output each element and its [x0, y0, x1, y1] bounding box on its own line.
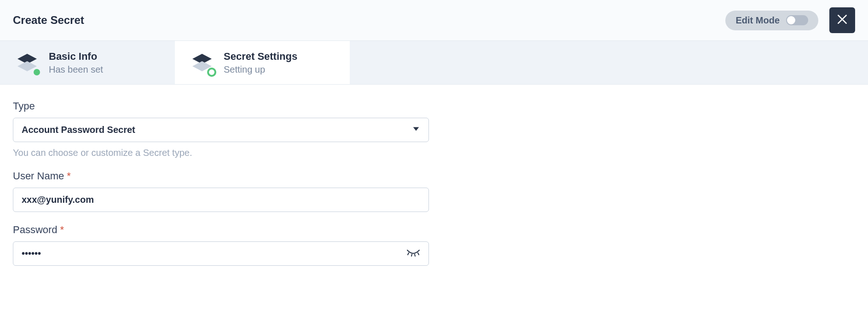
password-label: Password*	[13, 224, 429, 236]
type-helper-text: You can choose or customize a Secret typ…	[13, 148, 429, 158]
status-dot-done	[32, 68, 41, 77]
required-asterisk: *	[60, 224, 64, 235]
step-title: Secret Settings	[224, 51, 297, 63]
svg-line-8	[411, 254, 412, 256]
username-label: User Name*	[13, 170, 429, 182]
status-dot-current	[207, 68, 216, 77]
layers-icon	[14, 49, 41, 76]
step-title: Basic Info	[49, 51, 103, 63]
eye-closed-icon[interactable]	[406, 248, 420, 259]
step-subtitle: Has been set	[49, 64, 103, 75]
svg-line-10	[418, 253, 419, 255]
field-type: Type Account Password Secret You can cho…	[13, 100, 429, 158]
toggle-switch[interactable]	[786, 15, 808, 25]
layers-icon	[189, 49, 215, 76]
chevron-down-icon	[412, 125, 420, 135]
step-basic-info[interactable]: Basic Info Has been set	[0, 41, 175, 84]
modal-title: Create Secret	[13, 14, 84, 27]
close-button[interactable]	[829, 7, 855, 33]
type-value: Account Password Secret	[22, 125, 135, 135]
steps-bar: Basic Info Has been set Secret Settings …	[0, 41, 868, 85]
field-password: Password*	[13, 224, 429, 266]
header-actions: Edit Mode	[725, 7, 855, 33]
edit-mode-label: Edit Mode	[735, 15, 780, 26]
svg-line-7	[408, 253, 409, 255]
username-input-wrapper	[13, 188, 429, 212]
type-label: Type	[13, 100, 429, 112]
close-icon	[836, 13, 848, 27]
username-label-text: User Name	[13, 170, 64, 182]
form-area: Type Account Password Secret You can cho…	[0, 85, 442, 293]
svg-marker-6	[413, 127, 419, 131]
toggle-knob	[787, 16, 795, 24]
modal-header: Create Secret Edit Mode	[0, 0, 868, 41]
type-select[interactable]: Account Password Secret	[13, 118, 429, 142]
svg-line-9	[415, 254, 415, 256]
username-input[interactable]	[22, 195, 420, 205]
step-secret-settings[interactable]: Secret Settings Setting up	[175, 41, 350, 84]
edit-mode-toggle[interactable]: Edit Mode	[725, 11, 818, 30]
password-input[interactable]	[22, 248, 406, 259]
field-username: User Name*	[13, 170, 429, 212]
required-asterisk: *	[67, 170, 71, 182]
step-subtitle: Setting up	[224, 64, 297, 75]
password-label-text: Password	[13, 224, 58, 235]
password-input-wrapper	[13, 241, 429, 266]
